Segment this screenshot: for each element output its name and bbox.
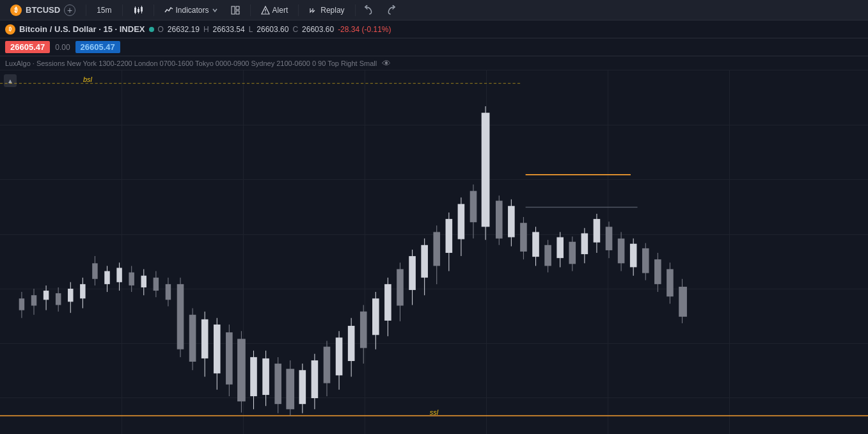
- svg-rect-127: [679, 287, 687, 317]
- svg-rect-73: [348, 326, 355, 361]
- svg-rect-2: [135, 13, 136, 14]
- alert-button[interactable]: Alert: [256, 3, 294, 17]
- add-symbol-button[interactable]: +: [64, 4, 75, 16]
- chart-wrapper: ₿ BTCUSD + 15m: [0, 0, 868, 434]
- svg-rect-49: [201, 319, 209, 358]
- svg-rect-5: [138, 12, 139, 13]
- svg-rect-59: [262, 358, 269, 395]
- svg-rect-69: [324, 347, 331, 383]
- current-price-badge: 26605.47: [5, 41, 50, 53]
- svg-rect-75: [360, 312, 367, 348]
- svg-rect-19: [19, 298, 24, 310]
- close-value: 26603.60: [302, 25, 334, 34]
- svg-rect-33: [104, 271, 109, 284]
- divider-1: [86, 4, 86, 16]
- svg-rect-113: [594, 219, 601, 243]
- svg-rect-87: [433, 232, 440, 266]
- svg-rect-8: [141, 12, 142, 13]
- divider-2: [122, 4, 123, 16]
- replay-button[interactable]: Replay: [304, 3, 349, 17]
- candlestick-icon: [133, 5, 143, 15]
- undo-button[interactable]: [361, 1, 379, 19]
- svg-rect-43: [166, 284, 171, 300]
- svg-rect-3: [138, 9, 139, 12]
- svg-rect-123: [654, 259, 661, 284]
- svg-rect-11: [236, 11, 239, 14]
- btc-icon: ₿: [10, 4, 22, 16]
- price-change: -28.34 (-0.11%): [338, 25, 391, 34]
- symbol-full: ₿ Bitcoin / U.S. Dollar · 15 · INDEX: [5, 24, 145, 35]
- indicators-label: Indicators: [176, 6, 209, 15]
- svg-rect-77: [372, 298, 379, 335]
- svg-rect-85: [421, 245, 428, 278]
- svg-rect-111: [581, 233, 588, 254]
- divider-6: [355, 4, 356, 16]
- svg-rect-125: [667, 269, 674, 296]
- svg-rect-31: [92, 263, 97, 278]
- svg-rect-0: [134, 8, 136, 13]
- svg-rect-29: [80, 284, 85, 298]
- svg-rect-99: [508, 206, 515, 237]
- svg-rect-4: [138, 7, 139, 9]
- svg-rect-81: [397, 269, 404, 305]
- open-value: 26632.19: [168, 25, 200, 34]
- svg-rect-107: [556, 237, 564, 259]
- indicator-bar: LuxAlgo · Sessions New York 1300-2200 Lo…: [0, 56, 868, 70]
- svg-rect-35: [116, 268, 122, 282]
- indicators-icon: [164, 6, 173, 15]
- svg-rect-95: [482, 113, 490, 227]
- svg-rect-27: [68, 289, 73, 301]
- svg-rect-103: [532, 232, 539, 257]
- chart-type-button[interactable]: [128, 3, 148, 18]
- svg-rect-83: [409, 256, 416, 290]
- svg-rect-45: [177, 284, 184, 350]
- svg-rect-53: [226, 332, 233, 384]
- indicators-button[interactable]: Indicators: [159, 3, 223, 17]
- replay-label: Replay: [320, 6, 344, 15]
- svg-rect-10: [236, 6, 239, 10]
- svg-rect-97: [496, 201, 503, 239]
- indicator-text: LuxAlgo · Sessions New York 1300-2200 Lo…: [5, 60, 377, 67]
- svg-rect-7: [141, 6, 142, 7]
- timeframe-selector[interactable]: 15m: [91, 3, 116, 17]
- btc-icon-small: ₿: [5, 24, 15, 35]
- replay-icon: [309, 6, 318, 15]
- eye-icon[interactable]: 👁: [382, 58, 391, 68]
- high-label: H: [203, 25, 209, 34]
- chart-area[interactable]: ▲ bsl ssl: [0, 70, 868, 434]
- timeframe-label: 15m: [97, 6, 111, 15]
- ohlc-values: O 26632.19 H 26633.54 L 26603.60 C 26603…: [158, 25, 391, 34]
- svg-rect-55: [237, 339, 246, 401]
- svg-rect-121: [642, 248, 649, 273]
- svg-rect-93: [470, 191, 477, 222]
- chevron-down-icon: [212, 7, 218, 13]
- svg-rect-91: [458, 204, 465, 239]
- divider-3: [154, 4, 154, 16]
- symbol-selector[interactable]: ₿ BTCUSD +: [5, 2, 81, 19]
- svg-rect-89: [446, 219, 453, 253]
- high-value: 26633.54: [213, 25, 245, 34]
- svg-rect-119: [630, 244, 637, 268]
- low-label: L: [249, 25, 253, 34]
- svg-rect-57: [250, 357, 257, 396]
- price-change-val: 0.00: [55, 43, 70, 52]
- divider-4: [250, 4, 251, 16]
- layouts-button[interactable]: [226, 3, 245, 17]
- live-dot: [149, 27, 154, 32]
- svg-rect-101: [520, 223, 527, 252]
- alert-icon: [261, 6, 270, 15]
- redo-button[interactable]: [381, 1, 399, 19]
- last-price-badge: 26605.47: [75, 41, 120, 53]
- svg-rect-65: [299, 370, 306, 404]
- svg-rect-61: [274, 364, 281, 404]
- toolbar: ₿ BTCUSD + 15m: [0, 0, 868, 20]
- alert-label: Alert: [272, 6, 288, 15]
- low-value: 26603.60: [256, 25, 288, 34]
- svg-rect-115: [606, 227, 613, 250]
- svg-rect-39: [141, 276, 146, 287]
- svg-rect-6: [141, 7, 143, 12]
- price-section: 26605.47 0.00 26605.47: [0, 38, 868, 56]
- svg-rect-1: [135, 6, 136, 8]
- svg-rect-9: [232, 6, 235, 14]
- undo-icon: [365, 5, 375, 15]
